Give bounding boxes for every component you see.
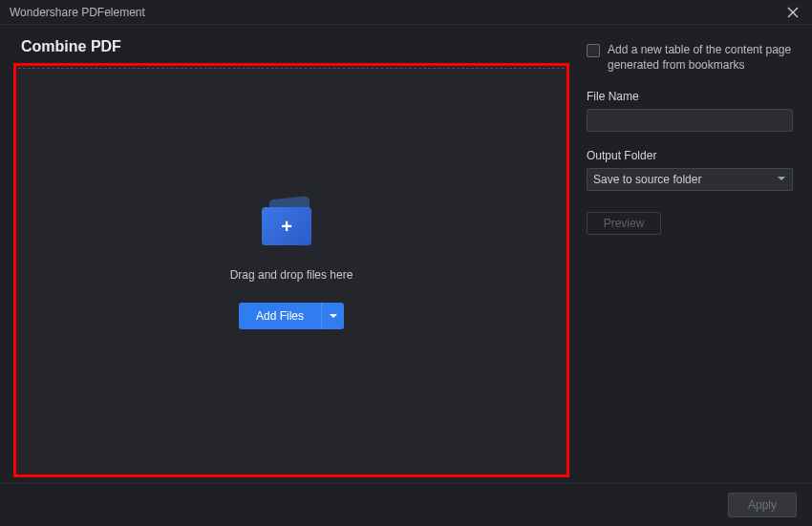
left-panel: Combine PDF + Drag and drop files here A… (13, 34, 569, 483)
dropzone-hint: Drag and drop files here (230, 268, 353, 282)
toc-checkbox-label: Add a new table of the content page gene… (608, 42, 793, 73)
filename-label: File Name (587, 90, 793, 103)
output-folder-value: Save to source folder (593, 173, 777, 186)
output-folder-label: Output Folder (587, 149, 793, 162)
footer: Apply (0, 483, 812, 526)
output-folder-select[interactable]: Save to source folder (587, 168, 793, 191)
file-dropzone[interactable]: + Drag and drop files here Add Files (13, 63, 569, 477)
dropzone-center: + Drag and drop files here Add Files (148, 198, 435, 329)
toc-checkbox[interactable] (587, 44, 600, 57)
add-files-dropdown-button[interactable] (321, 303, 344, 329)
right-panel: Add a new table of the content page gene… (569, 34, 799, 483)
apply-button[interactable]: Apply (728, 493, 797, 517)
add-files-button[interactable]: Add Files (239, 303, 321, 329)
titlebar: Wondershare PDFelement (0, 0, 812, 25)
chevron-down-icon (329, 311, 338, 321)
add-folder-icon: + (262, 198, 321, 245)
dropzone-dashed-border (18, 68, 565, 69)
toc-checkbox-row: Add a new table of the content page gene… (587, 42, 793, 73)
content-area: Combine PDF + Drag and drop files here A… (0, 25, 812, 483)
close-icon (787, 7, 799, 18)
filename-input[interactable] (587, 109, 793, 132)
app-title: Wondershare PDFelement (10, 6, 145, 19)
chevron-down-icon (777, 173, 786, 186)
add-files-button-group: Add Files (239, 303, 344, 329)
preview-button[interactable]: Preview (587, 212, 661, 235)
close-button[interactable] (781, 3, 804, 22)
page-title: Combine PDF (21, 38, 569, 55)
